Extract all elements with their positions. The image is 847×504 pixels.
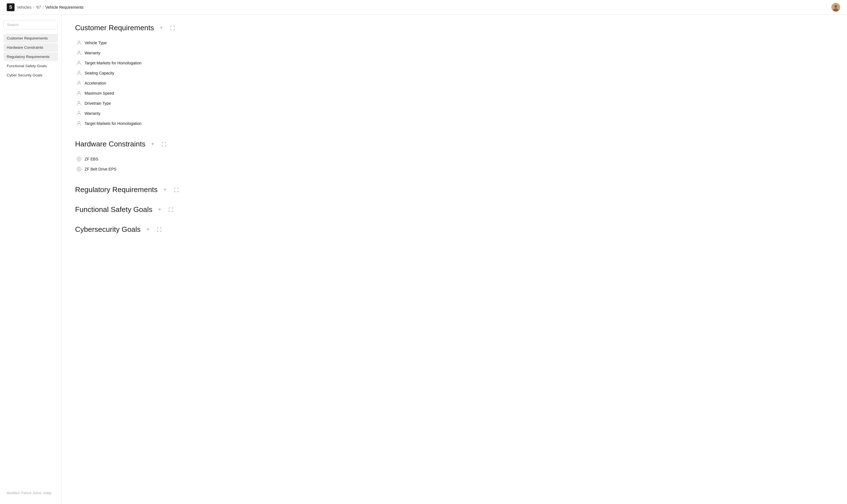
section-header-customer-requirements: Customer Requirements + xyxy=(75,23,833,32)
section-header-functional-safety-goals: Functional Safety Goals + xyxy=(75,205,833,214)
item-label: Drivetrain Type xyxy=(85,101,111,106)
modified-text: Modified: Patrick Johns, today xyxy=(3,488,58,499)
svg-point-9 xyxy=(78,101,80,103)
person-icon xyxy=(76,90,82,96)
sidebar: Customer Requirements Hardware Constrain… xyxy=(0,15,61,504)
expand-functional-safety-goals-button[interactable] xyxy=(167,206,175,214)
section-customer-requirements: Customer Requirements + xyxy=(75,23,833,128)
person-icon xyxy=(76,121,82,126)
expand-cybersecurity-goals-button[interactable] xyxy=(155,226,163,234)
svg-point-3 xyxy=(78,41,80,43)
item-label: Acceleration xyxy=(85,81,106,85)
section-regulatory-requirements: Regulatory Requirements + xyxy=(75,185,833,194)
svg-point-8 xyxy=(78,91,80,93)
person-icon xyxy=(76,50,82,56)
component-icon xyxy=(76,166,82,172)
add-customer-requirements-button[interactable]: + xyxy=(157,24,165,32)
item-label: Target Markets for Homologation xyxy=(85,61,141,65)
svg-point-10 xyxy=(78,111,80,113)
person-icon xyxy=(76,111,82,116)
sidebar-items: Customer Requirements Hardware Constrain… xyxy=(3,34,58,487)
avatar[interactable] xyxy=(831,3,840,12)
sidebar-item-cyber-security-goals[interactable]: Cyber Security Goals xyxy=(3,71,58,79)
list-item[interactable]: Maximum Speed xyxy=(75,88,833,98)
section-functional-safety-goals: Functional Safety Goals + xyxy=(75,205,833,214)
person-icon xyxy=(76,60,82,66)
add-functional-safety-goals-button[interactable]: + xyxy=(156,206,163,214)
list-item[interactable]: ZF Belt Drive EPS xyxy=(75,164,833,174)
topnav-left: S Vehicles / '67 / Vehicle Requirements xyxy=(7,3,84,11)
svg-point-5 xyxy=(78,61,80,63)
list-item[interactable]: Drivetrain Type xyxy=(75,98,833,108)
breadcrumb-sep-1: / xyxy=(33,5,34,10)
list-item[interactable]: Target Markets for Homologation xyxy=(75,119,833,128)
section-cybersecurity-goals: Cybersecurity Goals + xyxy=(75,225,833,234)
component-icon xyxy=(76,156,82,162)
item-label: Warranty xyxy=(85,51,100,55)
item-label: Warranty xyxy=(85,111,100,115)
breadcrumb: Vehicles / '67 / Vehicle Requirements xyxy=(17,5,84,10)
item-label: ZF EBS xyxy=(85,157,98,161)
main-content: Customer Requirements + xyxy=(61,15,847,504)
layout: Customer Requirements Hardware Constrain… xyxy=(0,15,847,504)
logo[interactable]: S xyxy=(7,3,15,11)
hardware-constraints-list: ZF EBS ZF Belt Drive EPS xyxy=(75,154,833,174)
customer-requirements-list: Vehicle Type Warranty Target Markets for… xyxy=(75,38,833,128)
list-item[interactable]: Vehicle Type xyxy=(75,38,833,48)
expand-customer-requirements-button[interactable] xyxy=(169,24,176,32)
person-icon xyxy=(76,70,82,76)
section-title-customer-requirements: Customer Requirements xyxy=(75,23,154,32)
section-title-cybersecurity-goals: Cybersecurity Goals xyxy=(75,225,141,234)
add-hardware-constraints-button[interactable]: + xyxy=(149,140,157,148)
section-header-hardware-constraints: Hardware Constraints + xyxy=(75,140,833,148)
sidebar-item-customer-requirements[interactable]: Customer Requirements xyxy=(3,34,58,42)
sidebar-item-functional-safety-goals[interactable]: Functional Safety Goals xyxy=(3,61,58,70)
person-icon xyxy=(76,101,82,106)
section-title-regulatory-requirements: Regulatory Requirements xyxy=(75,185,158,194)
sidebar-item-hardware-constraints[interactable]: Hardware Constraints xyxy=(3,43,58,52)
expand-hardware-constraints-button[interactable] xyxy=(160,140,168,148)
section-title-functional-safety-goals: Functional Safety Goals xyxy=(75,205,152,214)
add-regulatory-requirements-button[interactable]: + xyxy=(161,186,169,194)
svg-point-6 xyxy=(78,71,80,73)
person-icon xyxy=(76,80,82,86)
svg-point-7 xyxy=(78,81,80,83)
item-label: ZF Belt Drive EPS xyxy=(85,167,117,172)
item-label: Target Markets for Homologation xyxy=(85,121,141,126)
list-item[interactable]: Acceleration xyxy=(75,78,833,88)
breadcrumb-vehicles[interactable]: Vehicles xyxy=(17,5,31,10)
sidebar-item-regulatory-requirements[interactable]: Regulatory Requirements xyxy=(3,52,58,61)
search-input[interactable] xyxy=(3,20,58,30)
topnav: S Vehicles / '67 / Vehicle Requirements xyxy=(0,0,847,15)
section-header-regulatory-requirements: Regulatory Requirements + xyxy=(75,185,833,194)
list-item[interactable]: Target Markets for Homologation xyxy=(75,58,833,68)
section-title-hardware-constraints: Hardware Constraints xyxy=(75,140,145,148)
item-label: Maximum Speed xyxy=(85,91,114,95)
add-cybersecurity-goals-button[interactable]: + xyxy=(144,226,152,234)
list-item[interactable]: Seating Capacity xyxy=(75,68,833,78)
svg-point-1 xyxy=(834,5,837,8)
item-label: Seating Capacity xyxy=(85,71,114,75)
item-label: Vehicle Type xyxy=(85,41,107,45)
expand-regulatory-requirements-button[interactable] xyxy=(172,186,180,194)
svg-point-11 xyxy=(78,122,80,124)
breadcrumb-current: Vehicle Requirements xyxy=(46,5,84,10)
svg-point-4 xyxy=(78,51,80,53)
list-item[interactable]: ZF EBS xyxy=(75,154,833,164)
list-item[interactable]: Warranty xyxy=(75,48,833,58)
person-icon xyxy=(76,40,82,46)
section-header-cybersecurity-goals: Cybersecurity Goals + xyxy=(75,225,833,234)
breadcrumb-67[interactable]: '67 xyxy=(36,5,41,10)
breadcrumb-sep-2: / xyxy=(42,5,44,10)
section-hardware-constraints: Hardware Constraints + xyxy=(75,140,833,174)
list-item[interactable]: Warranty xyxy=(75,108,833,119)
